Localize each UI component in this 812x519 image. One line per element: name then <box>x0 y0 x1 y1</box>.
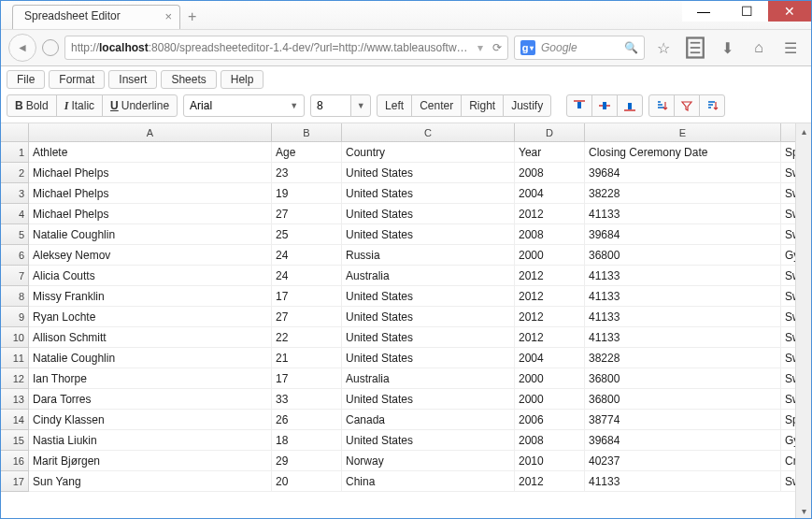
cell[interactable]: 2000 <box>515 245 585 266</box>
cell[interactable]: 2004 <box>515 348 585 368</box>
valign-top-button[interactable] <box>566 94 592 117</box>
cell[interactable]: Year <box>515 142 585 163</box>
cell[interactable]: Michael Phelps <box>29 163 272 183</box>
cell[interactable]: 38228 <box>585 183 781 204</box>
cell[interactable]: 41133 <box>585 266 781 286</box>
cell[interactable]: 24 <box>272 245 342 266</box>
cell[interactable]: United States <box>342 204 515 224</box>
cell[interactable]: 2012 <box>515 471 585 492</box>
cell[interactable]: Athlete <box>29 142 272 163</box>
row-header[interactable]: 9 <box>1 307 29 327</box>
cell[interactable]: United States <box>342 307 515 327</box>
underline-button[interactable]: UUnderline <box>102 94 178 117</box>
cell[interactable]: 41133 <box>585 327 781 348</box>
cell[interactable]: 18 <box>272 430 342 451</box>
row-header[interactable]: 13 <box>1 389 29 410</box>
cell[interactable]: 39684 <box>585 224 781 245</box>
cell[interactable]: Natalie Coughlin <box>29 348 272 368</box>
column-header[interactable]: C <box>342 123 515 142</box>
cell[interactable]: 2008 <box>515 163 585 183</box>
menu-sheets[interactable]: Sheets <box>161 70 216 89</box>
column-header[interactable]: D <box>515 123 585 142</box>
search-engine-icon[interactable]: g▾ <box>520 40 535 55</box>
cell[interactable]: China <box>342 471 515 492</box>
reader-toggle-icon[interactable]: ▾ <box>474 41 487 54</box>
cell[interactable]: Michael Phelps <box>29 204 272 224</box>
cell[interactable]: United States <box>342 286 515 307</box>
cell[interactable]: 27 <box>272 204 342 224</box>
bold-button[interactable]: BBold <box>7 94 57 117</box>
font-size-input[interactable]: 8 <box>310 94 351 117</box>
cell[interactable]: Age <box>272 142 342 163</box>
font-family-select[interactable]: Arial▼ <box>183 94 305 117</box>
downloads-icon[interactable]: ⬇ <box>714 36 740 60</box>
cell[interactable]: Michael Phelps <box>29 183 272 204</box>
align-center-button[interactable]: Center <box>411 94 462 117</box>
cell[interactable]: 29 <box>272 451 342 471</box>
cell[interactable]: 22 <box>272 327 342 348</box>
url-input[interactable]: http://localhost:8080/spreadsheeteditor-… <box>64 36 508 60</box>
cell[interactable]: Alicia Coutts <box>29 266 272 286</box>
bookmarks-list-icon[interactable] <box>682 36 708 60</box>
cell[interactable]: Australia <box>342 368 515 389</box>
cell[interactable]: Marit Bjørgen <box>29 451 272 471</box>
valign-bottom-button[interactable] <box>617 94 643 117</box>
column-header[interactable]: A <box>29 123 272 142</box>
cell[interactable]: Australia <box>342 266 515 286</box>
cell[interactable]: 2012 <box>515 266 585 286</box>
home-icon[interactable]: ⌂ <box>746 36 772 60</box>
cell[interactable]: United States <box>342 348 515 368</box>
cell[interactable]: 2012 <box>515 286 585 307</box>
cell[interactable]: 41133 <box>585 307 781 327</box>
cell[interactable]: 41133 <box>585 286 781 307</box>
cell[interactable]: United States <box>342 183 515 204</box>
font-size-dropdown[interactable]: ▼ <box>350 94 371 117</box>
cell[interactable]: Cindy Klassen <box>29 410 272 430</box>
row-header[interactable]: 16 <box>1 451 29 471</box>
browser-tab[interactable]: Spreadsheet Editor × <box>12 5 180 29</box>
row-header[interactable]: 14 <box>1 410 29 430</box>
search-icon[interactable]: 🔍 <box>624 41 638 54</box>
scroll-down-icon[interactable]: ▾ <box>796 503 811 519</box>
cell[interactable]: 36800 <box>585 245 781 266</box>
align-right-button[interactable]: Right <box>461 94 504 117</box>
menu-file[interactable]: File <box>7 70 45 89</box>
cell[interactable]: Russia <box>342 245 515 266</box>
cell[interactable]: United States <box>342 430 515 451</box>
cell[interactable]: United States <box>342 327 515 348</box>
cell[interactable]: Nastia Liukin <box>29 430 272 451</box>
cell[interactable]: 2008 <box>515 430 585 451</box>
cell[interactable]: 20 <box>272 471 342 492</box>
spreadsheet-grid[interactable]: ABCDEF1AthleteAgeCountryYearClosing Cere… <box>1 123 811 492</box>
cell[interactable]: 2012 <box>515 307 585 327</box>
cell[interactable]: 36800 <box>585 368 781 389</box>
row-header[interactable]: 4 <box>1 204 29 224</box>
filter-button[interactable] <box>674 94 700 117</box>
row-header[interactable]: 10 <box>1 327 29 348</box>
new-tab-button[interactable]: + <box>188 8 196 29</box>
close-window-button[interactable]: ✕ <box>768 1 811 22</box>
cell[interactable]: Natalie Coughlin <box>29 224 272 245</box>
cell[interactable]: United States <box>342 224 515 245</box>
row-header[interactable]: 2 <box>1 163 29 183</box>
cell[interactable]: United States <box>342 163 515 183</box>
cell[interactable]: Aleksey Nemov <box>29 245 272 266</box>
cell[interactable]: 2012 <box>515 204 585 224</box>
cell[interactable]: Dara Torres <box>29 389 272 410</box>
bookmark-star-icon[interactable]: ☆ <box>650 36 677 60</box>
cell[interactable]: Canada <box>342 410 515 430</box>
search-input[interactable]: g▾ Google 🔍 <box>514 36 645 60</box>
cell[interactable]: 2008 <box>515 224 585 245</box>
cell[interactable]: 40237 <box>585 451 781 471</box>
cell[interactable]: 23 <box>272 163 342 183</box>
cell[interactable]: 17 <box>272 286 342 307</box>
cell[interactable]: Sun Yang <box>29 471 272 492</box>
cell[interactable]: 33 <box>272 389 342 410</box>
cell[interactable]: 24 <box>272 266 342 286</box>
menu-icon[interactable]: ☰ <box>777 36 804 60</box>
cell[interactable]: 2006 <box>515 410 585 430</box>
cell[interactable]: 39684 <box>585 430 781 451</box>
cell[interactable]: 38228 <box>585 348 781 368</box>
menu-format[interactable]: Format <box>49 70 105 89</box>
align-left-button[interactable]: Left <box>377 94 412 117</box>
